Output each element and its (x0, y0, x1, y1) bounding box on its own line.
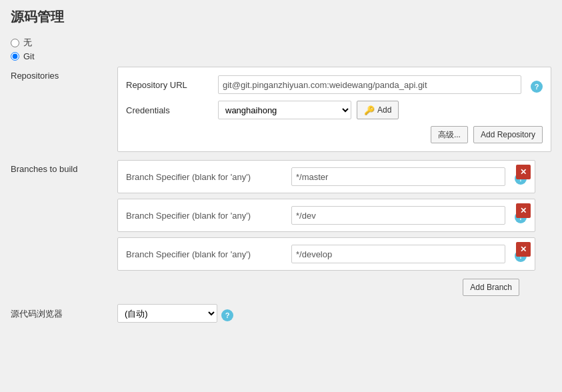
branch-row-1: Branch Specifier (blank for 'any') ? (126, 206, 527, 225)
branch-specifier-label-2: Branch Specifier (blank for 'any') (126, 249, 286, 259)
repo-url-row: Repository URL ? (126, 75, 543, 94)
branch-input-0[interactable] (291, 167, 505, 186)
repositories-content: Repository URL ? Credentials wanghaihong… (117, 67, 551, 152)
remove-branch-1-button[interactable]: ✕ (516, 203, 531, 218)
branches-content: ✕ Branch Specifier (blank for 'any') ? ✕… (117, 160, 535, 296)
radio-git-label: Git (23, 51, 35, 61)
key-icon: 🔑 (364, 105, 375, 115)
repo-actions: 高级... Add Repository (126, 126, 543, 143)
credentials-row: Credentials wanghaihong 🔑 Add (126, 101, 543, 119)
page-title: 源码管理 (11, 8, 551, 26)
branch-input-1[interactable] (291, 206, 505, 225)
branch-item-0: ✕ Branch Specifier (blank for 'any') ? (117, 160, 535, 193)
repo-url-input[interactable] (218, 75, 521, 94)
repositories-label: Repositories (11, 67, 117, 81)
credentials-select[interactable]: wanghaihong (218, 101, 351, 119)
branch-item-2: ✕ Branch Specifier (blank for 'any') ? (117, 237, 535, 271)
add-credentials-label: Add (377, 105, 391, 115)
radio-none-label: 无 (23, 37, 32, 49)
add-branch-button[interactable]: Add Branch (463, 279, 519, 296)
branches-section: Branches to build ✕ Branch Specifier (bl… (11, 160, 551, 296)
repo-url-help-icon[interactable]: ? (531, 81, 543, 93)
source-browser-help-icon[interactable]: ? (221, 309, 233, 321)
add-branch-actions: Add Branch (117, 276, 519, 296)
source-browser-label: 源代码浏览器 (11, 304, 117, 320)
repo-url-label: Repository URL (126, 80, 213, 90)
radio-git[interactable]: Git (11, 51, 551, 61)
remove-branch-0-button[interactable]: ✕ (516, 165, 531, 179)
add-repository-button[interactable]: Add Repository (473, 126, 543, 143)
branch-row-0: Branch Specifier (blank for 'any') ? (126, 167, 527, 186)
bottom-section: 源代码浏览器 (自动) ? (11, 304, 551, 323)
branch-specifier-label-1: Branch Specifier (blank for 'any') (126, 211, 286, 221)
radio-none[interactable]: 无 (11, 37, 551, 49)
remove-branch-2-button[interactable]: ✕ (516, 242, 531, 257)
add-credentials-button[interactable]: 🔑 Add (357, 101, 399, 119)
branch-row-2: Branch Specifier (blank for 'any') ? (126, 245, 527, 263)
branch-specifier-label-0: Branch Specifier (blank for 'any') (126, 172, 286, 182)
branch-input-2[interactable] (291, 245, 505, 263)
repositories-section: Repositories Repository URL ? Credential… (11, 67, 551, 152)
radio-none-input[interactable] (11, 39, 19, 47)
branch-item-1: ✕ Branch Specifier (blank for 'any') ? (117, 199, 535, 232)
radio-git-input[interactable] (11, 52, 19, 61)
credentials-label: Credentials (126, 105, 213, 115)
source-type-radio-group: 无 Git (11, 37, 551, 61)
branches-label: Branches to build (11, 160, 117, 174)
advanced-button[interactable]: 高级... (431, 126, 468, 143)
source-browser-select[interactable]: (自动) (117, 304, 217, 323)
